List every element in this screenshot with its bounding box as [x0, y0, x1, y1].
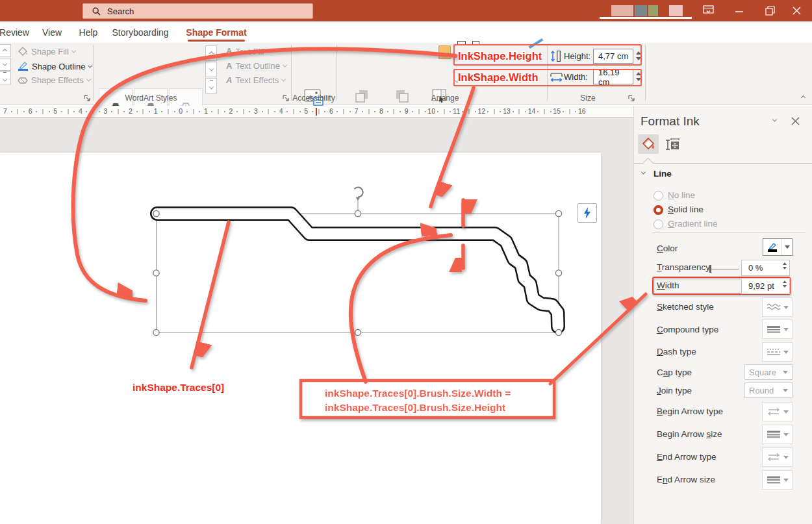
rotate-handle-icon[interactable]	[355, 188, 363, 201]
handle-bottom-left[interactable]	[153, 329, 159, 335]
handle-bottom-center[interactable]	[355, 329, 361, 335]
handle-middle-right[interactable]	[555, 270, 561, 276]
ink-shape-canvas	[0, 0, 812, 524]
handle-middle-left[interactable]	[153, 270, 159, 276]
handle-top-left[interactable]	[153, 210, 159, 216]
handle-top-center[interactable]	[355, 210, 361, 216]
ink-shape[interactable]	[157, 214, 558, 327]
handle-bottom-right[interactable]	[555, 329, 561, 335]
handle-top-right[interactable]	[555, 210, 561, 216]
